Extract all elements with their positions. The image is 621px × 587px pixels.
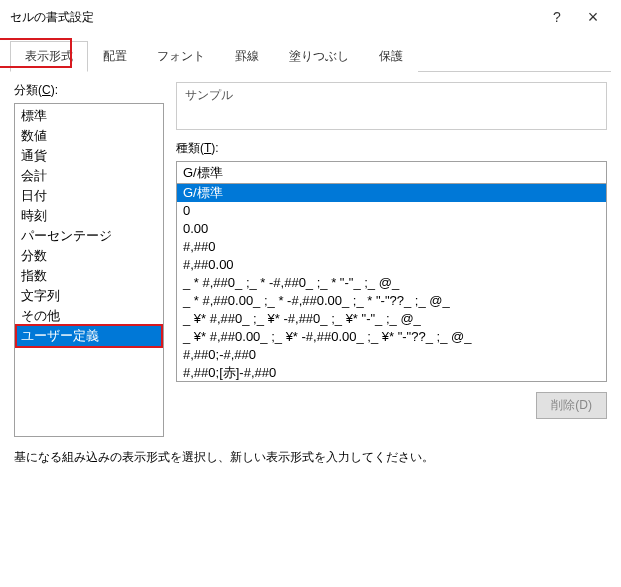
tab-2[interactable]: フォント [142,41,220,72]
format-item[interactable]: _ ¥* #,##0_ ;_ ¥* -#,##0_ ;_ ¥* "-"_ ;_ … [177,310,606,328]
category-item[interactable]: 時刻 [17,206,161,226]
close-button[interactable]: × [575,4,611,30]
delete-button[interactable]: 削除(D) [536,392,607,419]
format-item[interactable]: 0 [177,202,606,220]
category-label-prefix: 分類( [14,83,42,97]
category-label-suffix: ): [51,83,58,97]
category-item[interactable]: 日付 [17,186,161,206]
detail-column: サンプル 種類(T): G/標準00.00#,##0#,##0.00_ * #,… [176,82,607,437]
category-item[interactable]: 数値 [17,126,161,146]
format-item[interactable]: 0.00 [177,220,606,238]
button-row: 削除(D) [176,392,607,419]
format-item[interactable]: #,##0.00 [177,256,606,274]
tab-1[interactable]: 配置 [88,41,142,72]
format-listbox[interactable]: G/標準00.00#,##0#,##0.00_ * #,##0_ ;_ * -#… [176,184,607,382]
category-item[interactable]: 会計 [17,166,161,186]
tab-strip: 表示形式配置フォント罫線塗りつぶし保護 [10,40,611,72]
format-item[interactable]: G/標準 [177,184,606,202]
dialog-body: 分類(C): 標準数値通貨会計日付時刻パーセンテージ分数指数文字列その他ユーザー… [0,72,621,443]
highlight-box-category [15,324,163,348]
tab-3[interactable]: 罫線 [220,41,274,72]
sample-label: サンプル [185,87,598,104]
format-item[interactable]: _ * #,##0.00_ ;_ * -#,##0.00_ ;_ * "-"??… [177,292,606,310]
category-label: 分類(C): [14,82,164,99]
footer-text: 基になる組み込みの表示形式を選択し、新しい表示形式を入力してください。 [0,443,621,480]
category-item[interactable]: 標準 [17,106,161,126]
tab-4[interactable]: 塗りつぶし [274,41,364,72]
category-item[interactable]: 分数 [17,246,161,266]
sample-box: サンプル [176,82,607,130]
category-item[interactable]: ユーザー定義 [17,326,161,346]
help-button[interactable]: ? [539,4,575,30]
format-item[interactable]: #,##0;[赤]-#,##0 [177,364,606,382]
format-item[interactable]: _ ¥* #,##0.00_ ;_ ¥* -#,##0.00_ ;_ ¥* "-… [177,328,606,346]
type-label-suffix: ): [211,141,218,155]
category-item[interactable]: 文字列 [17,286,161,306]
type-input[interactable] [176,161,607,184]
format-cells-dialog: セルの書式設定 ? × 表示形式配置フォント罫線塗りつぶし保護 分類(C): 標… [0,0,621,480]
category-item[interactable]: 通貨 [17,146,161,166]
dialog-title: セルの書式設定 [10,9,539,26]
titlebar: セルの書式設定 ? × [0,0,621,34]
format-item[interactable]: #,##0 [177,238,606,256]
category-label-key: C [42,83,51,97]
category-column: 分類(C): 標準数値通貨会計日付時刻パーセンテージ分数指数文字列その他ユーザー… [14,82,164,437]
category-item[interactable]: パーセンテージ [17,226,161,246]
type-label: 種類(T): [176,140,607,157]
category-item[interactable]: 指数 [17,266,161,286]
highlight-box-tab [0,38,72,68]
tab-5[interactable]: 保護 [364,41,418,72]
category-listbox[interactable]: 標準数値通貨会計日付時刻パーセンテージ分数指数文字列その他ユーザー定義 [14,103,164,437]
tabs-container: 表示形式配置フォント罫線塗りつぶし保護 [0,40,621,72]
format-item[interactable]: #,##0;-#,##0 [177,346,606,364]
format-item[interactable]: _ * #,##0_ ;_ * -#,##0_ ;_ * "-"_ ;_ @_ [177,274,606,292]
category-item[interactable]: その他 [17,306,161,326]
type-label-prefix: 種類( [176,141,204,155]
